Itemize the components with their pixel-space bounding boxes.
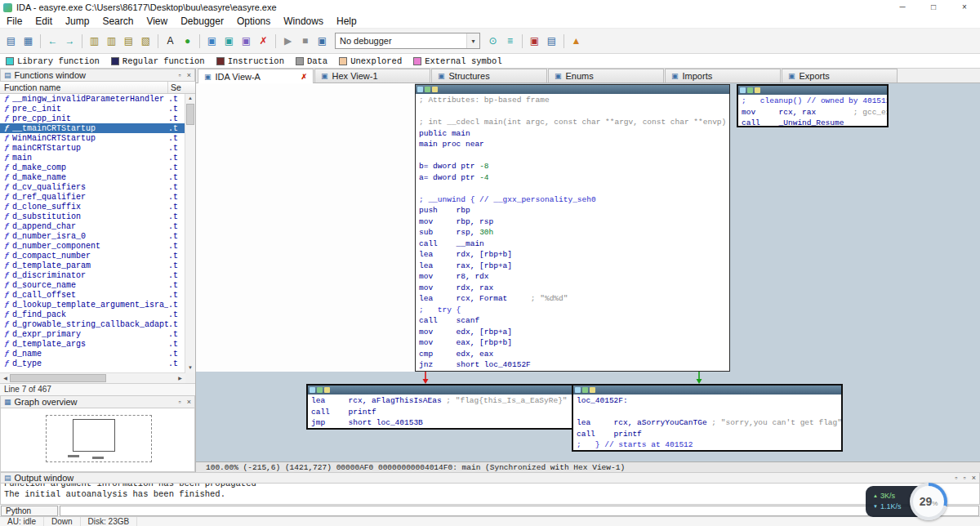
function-row[interactable]: ƒWinMainCRTStartup.t (0, 133, 185, 143)
function-row[interactable]: ƒd_name.t (0, 349, 185, 359)
column-function-name[interactable]: Function name (0, 82, 168, 93)
navigate-forward-icon[interactable]: → (61, 33, 78, 50)
menu-view[interactable]: View (140, 15, 174, 28)
run-until-icon[interactable]: ▣ (238, 33, 255, 50)
function-row[interactable]: ƒd_expr_primary.t (0, 329, 185, 339)
bookmark-icon[interactable]: ▲ (568, 33, 585, 50)
tab-structures[interactable]: ▣Structures (431, 69, 547, 82)
menu-search[interactable]: Search (96, 15, 140, 28)
close-panel-icon[interactable]: × (187, 71, 191, 79)
column-segment[interactable]: Se (168, 82, 195, 93)
scroll-down-icon[interactable]: ▼ (185, 363, 195, 372)
function-row[interactable]: ƒd_source_name.t (0, 280, 185, 290)
function-list-header[interactable]: Function name Se (0, 82, 195, 94)
restore-panel-icon[interactable]: ▫ (964, 474, 966, 482)
function-row[interactable]: ƒd_growable_string_callback_adapter.t (0, 319, 185, 329)
function-row[interactable]: ƒd_call_offset.t (0, 290, 185, 300)
prev-item-icon[interactable]: ▥ (86, 33, 103, 50)
tracing-icon[interactable]: ≡ (501, 33, 519, 50)
function-row[interactable]: ƒd_number_component.t (0, 241, 185, 251)
basic-block-cleanup[interactable]: ; cleanup() // owned by 401512mov rcx, r… (737, 84, 889, 127)
close-panel-icon[interactable]: × (187, 398, 191, 406)
function-row[interactable]: ƒ__tmainCRTStartup.t (0, 123, 185, 133)
maximize-button[interactable]: □ (918, 0, 949, 15)
tab-enums[interactable]: ▣Enums (548, 69, 664, 82)
python-button[interactable]: Python (1, 506, 58, 516)
menu-jump[interactable]: Jump (59, 15, 96, 28)
menu-file[interactable]: File (0, 15, 29, 28)
float-panel-icon[interactable]: ▫ (179, 398, 181, 406)
breakpoints-icon[interactable]: ▣ (526, 33, 543, 50)
usage-percent-ball[interactable]: 29 % (910, 483, 947, 520)
tab-imports[interactable]: ▣Imports (665, 69, 781, 82)
horizontal-scrollbar[interactable]: ◀ ▶ (0, 372, 185, 383)
float-panel-icon[interactable]: ▫ (179, 71, 181, 79)
tab-ida-view-a[interactable]: ▣IDA View-A✗ (198, 69, 314, 83)
output-window-titlebar[interactable]: ▤ Output window ▫ ▫ × (0, 472, 980, 484)
function-row[interactable]: ƒd_append_char.t (0, 221, 185, 231)
function-row[interactable]: ƒd_make_name.t (0, 172, 185, 182)
step-over-icon[interactable]: ▣ (220, 33, 238, 50)
basic-block-main[interactable]: ; Attributes: bp-based frame ; int __cde… (415, 84, 730, 372)
debugger-options-icon[interactable]: ⊙ (484, 33, 501, 50)
function-row[interactable]: ƒd_clone_suffix.t (0, 202, 185, 212)
basic-block-loc-40152F[interactable]: loc_40152F: lea rcx, aSorryYouCanTGe ; "… (572, 384, 843, 452)
watches-icon[interactable]: ▤ (543, 33, 560, 50)
stop-process-icon[interactable]: ■ (296, 33, 314, 50)
python-input[interactable] (60, 506, 979, 516)
close-button[interactable]: × (949, 0, 980, 15)
function-row[interactable]: ƒd_cv_qualifiers.t (0, 182, 185, 192)
function-row[interactable]: ƒd_find_pack.t (0, 310, 185, 319)
function-row[interactable]: ƒd_number_isra_0.t (0, 231, 185, 241)
basic-block-flag[interactable]: lea rcx, aFlagThisIsAEas ; "flag{this_Is… (306, 384, 577, 430)
stack-view-icon[interactable]: ▧ (137, 33, 154, 50)
function-row[interactable]: ƒd_substitution.t (0, 212, 185, 221)
function-row[interactable]: ƒd_compact_number.t (0, 251, 185, 261)
menu-options[interactable]: Options (230, 15, 277, 28)
scroll-up-icon[interactable]: ▲ (185, 94, 195, 103)
function-row[interactable]: ƒd_type.t (0, 359, 185, 368)
function-row[interactable]: ƒpre_c_init.t (0, 104, 185, 114)
chevron-down-icon[interactable]: ▾ (466, 33, 479, 48)
menu-windows[interactable]: Windows (277, 15, 330, 28)
menu-help[interactable]: Help (330, 15, 363, 28)
debugger-selector[interactable]: No debugger ▾ (335, 33, 480, 49)
vertical-scrollbar[interactable]: ▲ ▼ (185, 94, 195, 372)
function-row[interactable]: ƒmainCRTStartup.t (0, 143, 185, 153)
reanalyze-icon[interactable]: ● (179, 33, 196, 50)
minimize-button[interactable]: ─ (887, 0, 918, 15)
close-tab-icon[interactable]: ✗ (301, 73, 307, 81)
scroll-left-icon[interactable]: ◀ (1, 373, 10, 383)
functions-window-titlebar[interactable]: ▤ Functions window ▫ × (0, 69, 195, 82)
item-list-icon[interactable]: ▤ (120, 33, 137, 50)
step-into-icon[interactable]: ▣ (203, 33, 220, 50)
function-row[interactable]: ƒ__mingw_invalidParameterHandler.t (0, 94, 185, 104)
menu-edit[interactable]: Edit (29, 15, 59, 28)
next-item-icon[interactable]: ▥ (103, 33, 120, 50)
function-row[interactable]: ƒmain.t (0, 153, 185, 163)
graph-overview[interactable] (0, 408, 195, 472)
start-process-icon[interactable]: ▶ (279, 33, 296, 50)
menu-debugger[interactable]: Debugger (174, 15, 230, 28)
float-panel-icon[interactable]: ▫ (955, 474, 957, 482)
function-row[interactable]: ƒd_ref_qualifier.t (0, 192, 185, 202)
tab-hex-view-1[interactable]: ▣Hex View-1 (314, 69, 430, 82)
scroll-right-icon[interactable]: ▶ (176, 373, 185, 383)
navigate-back-icon[interactable]: ← (44, 33, 61, 50)
save-icon[interactable]: ▦ (20, 33, 37, 50)
floating-speed-widget[interactable]: ▲ 3K/s ▼ 1.1K/s 29 % (866, 481, 947, 522)
function-row[interactable]: ƒd_discriminator.t (0, 270, 185, 280)
function-row[interactable]: ƒd_lookup_template_argument_isra_0.t (0, 300, 185, 310)
function-row[interactable]: ƒpre_cpp_init.t (0, 114, 185, 123)
close-panel-icon[interactable]: × (972, 474, 976, 482)
attach-process-icon[interactable]: ▣ (314, 33, 331, 50)
graph-overview-titlebar[interactable]: ▦ Graph overview ▫ × (0, 395, 195, 408)
text-view-icon[interactable]: A (162, 33, 179, 50)
scrollbar-thumb[interactable] (10, 374, 106, 382)
open-file-icon[interactable]: ▤ (2, 33, 20, 50)
function-row[interactable]: ƒd_template_args.t (0, 339, 185, 349)
graph-canvas[interactable]: ; Attributes: bp-based frame ; int __cde… (196, 83, 980, 461)
cancel-analysis-icon[interactable]: ✗ (255, 33, 272, 50)
function-row[interactable]: ƒd_make_comp.t (0, 163, 185, 172)
function-row[interactable]: ƒd_template_param.t (0, 261, 185, 270)
